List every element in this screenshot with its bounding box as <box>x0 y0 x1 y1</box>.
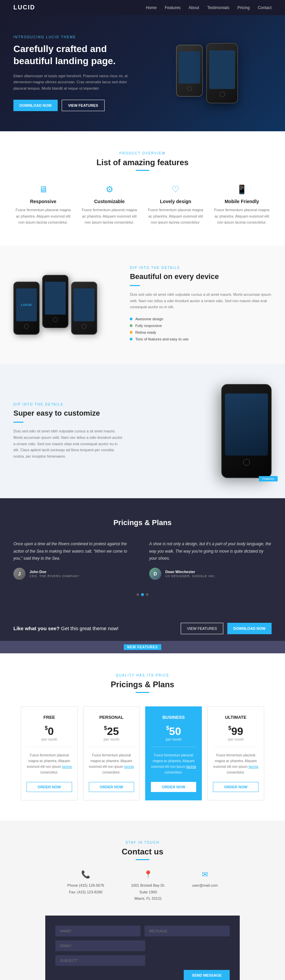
phone-mockup-small <box>176 45 203 97</box>
plan-ultimate-period: /per month <box>213 738 258 741</box>
plan-personal: PERSONAL $25 /per month Fusce fermentum … <box>83 706 140 800</box>
feature-retina: Retina ready <box>130 330 272 334</box>
device-text: DIP INTO THE DETAILS Beautiful on every … <box>130 266 272 344</box>
feature-mobile: 📱 Mobile Friendly Fusce fermentum placer… <box>212 184 272 226</box>
feature-customizable: ⚙ Customizable Fusce fermentum placerat … <box>80 184 139 226</box>
customizable-title: Customizable <box>80 199 139 204</box>
nav-testimonials[interactable]: Testimonials <box>207 5 230 10</box>
nav-features[interactable]: Features <box>165 5 180 10</box>
customize-description: Duis sed odio sit amet nibh vulputate cu… <box>13 428 124 459</box>
plan-personal-period: /per month <box>89 738 134 741</box>
cta-buttons: VIEW FEATURES DOWNLOAD NOW <box>181 623 272 634</box>
plan-free-desc: Fusce fermentum placerat magna ac pharet… <box>27 752 72 775</box>
author-2-name: Dean Winchester <box>165 570 216 574</box>
hero-intro: INTRODUCING LUCID THEME <box>13 35 130 39</box>
cta-normal: Get this great theme now! <box>61 625 119 631</box>
view-features-button[interactable]: VIEW FEATURES <box>62 100 104 111</box>
plan-business-order-button[interactable]: ORDER NOW <box>151 782 196 792</box>
plan-personal-name: PERSONAL <box>89 715 134 720</box>
customize-divider <box>13 422 24 423</box>
feature-responsive: Fully responsive <box>130 324 272 328</box>
contact-email-text: user@mail.com <box>192 882 218 889</box>
customize-title: Super easy to customize <box>13 409 124 418</box>
contact-form-wrapper: SEND MESSAGE <box>45 916 240 980</box>
contact-email-info: ✉ user@mail.com <box>192 870 218 902</box>
plan-ultimate-name: ULTIMATE <box>213 715 258 720</box>
pricing-dark-section: Pricings & Plans Once upon a time all th… <box>0 498 285 616</box>
nav-links: Home Features About Testimonials Pricing… <box>146 5 272 10</box>
testimonial-1-text: Once upon a time all the Rivers combined… <box>13 541 136 562</box>
plan-personal-desc: Fusce fermentum placerat magna ac pharet… <box>89 752 134 775</box>
testimonial-1: Once upon a time all the Rivers combined… <box>13 541 136 580</box>
navigation: LUCID Home Features About Testimonials P… <box>0 0 285 15</box>
cta-view-features-button[interactable]: VIEW FEATURES <box>181 623 223 634</box>
cta-banner: Like what you see? Get this great theme … <box>0 616 285 641</box>
plan-free-order-button[interactable]: ORDER NOW <box>27 782 72 792</box>
feature-responsive: 🖥 Responsive Fusce fermentum placerat ma… <box>13 184 73 226</box>
download-now-button[interactable]: DOWNLOAD NOW <box>13 100 58 111</box>
author-1-name: John Doe <box>30 570 79 574</box>
design-title: Lovely design <box>146 199 205 204</box>
form-row-1 <box>55 926 230 936</box>
feature-tons: Tons of features and easy to use <box>130 337 272 341</box>
plan-free-period: /per month <box>27 738 72 741</box>
author-2-title: UX DESIGNER, GOOGLE INC. <box>165 574 216 578</box>
plan-ultimate-order-button[interactable]: ORDER NOW <box>213 782 258 792</box>
hero-phones <box>142 43 272 103</box>
contact-address-info: 📍 1001 Brickell Bay Dr.Suite 1900Miami, … <box>131 870 165 902</box>
dot-1[interactable] <box>136 593 139 596</box>
message-field[interactable] <box>144 926 230 936</box>
contact-label: STAY IN TOUCH <box>13 841 272 844</box>
plan-personal-price: $25 <box>89 725 134 738</box>
contact-phone-text: Phone (415) 126-5676Fax: (415) 123-8290 <box>67 882 104 896</box>
device-divider <box>130 285 140 286</box>
plan-personal-order-button[interactable]: ORDER NOW <box>89 782 134 792</box>
plan-business-price: $50 <box>151 725 196 738</box>
cta-download-button[interactable]: DOWNLOAD NOW <box>227 623 272 634</box>
pricing-label: QUALITY HAS ITS PRICE <box>13 673 272 677</box>
nav-contact[interactable]: Contact <box>258 5 272 10</box>
cta-text: Like what you see? Get this great theme … <box>13 625 118 631</box>
hero-buttons: DOWNLOAD NOW VIEW FEATURES <box>13 100 130 111</box>
plan-business-name: BUSINESS <box>151 715 196 720</box>
contact-address-text: 1001 Brickell Bay Dr.Suite 1900Miami, FL… <box>131 882 165 902</box>
nav-home[interactable]: Home <box>146 5 157 10</box>
device-section: LUCID DIP INTO THE DETAILS Beautiful on … <box>0 246 285 364</box>
name-field[interactable] <box>55 926 141 936</box>
subject-field[interactable] <box>55 955 145 966</box>
plan-ultimate: ULTIMATE $99 /per month Fusce fermentum … <box>207 706 264 800</box>
contact-phone-info: 📞 Phone (415) 126-5676Fax: (415) 123-829… <box>67 870 104 902</box>
customize-sub-label: DIP INTO THE DETAILS <box>13 402 124 406</box>
mobile-desc: Fusce fermentum placerat magna ac pharet… <box>212 207 272 226</box>
features-label: PRODUCT OVERVIEW <box>13 151 272 155</box>
customizable-icon: ⚙ <box>80 184 139 195</box>
feature-awesome: Awesome design <box>130 317 272 321</box>
customize-phone: Features <box>221 384 272 478</box>
dot-2[interactable] <box>141 593 144 596</box>
testimonial-1-author: J John Doe CEO, THE RIVERS COMPANY <box>13 568 136 580</box>
mobile-title: Mobile Friendly <box>212 199 272 204</box>
author-1-info: John Doe CEO, THE RIVERS COMPANY <box>30 570 79 578</box>
nav-pricing[interactable]: Pricing <box>238 5 250 10</box>
pricing-dark-title: Pricings & Plans <box>13 519 272 527</box>
send-message-button[interactable]: SEND MESSAGE <box>184 970 230 980</box>
plan-free-name: FREE <box>27 715 72 720</box>
hero-text: INTRODUCING LUCID THEME Carefully crafte… <box>13 35 130 111</box>
nav-about[interactable]: About <box>189 5 199 10</box>
location-icon: 📍 <box>131 870 165 879</box>
hero-description: Etiam ullamcorper et turpis eget hendrer… <box>13 73 130 92</box>
author-1-title: CEO, THE RIVERS COMPANY <box>30 574 79 578</box>
device-phone-1: LUCID <box>13 282 40 335</box>
device-sub-label: DIP INTO THE DETAILS <box>130 266 272 270</box>
pricing-divider <box>136 692 149 693</box>
device-title: Beautiful on every device <box>130 272 272 281</box>
plan-ultimate-price: $99 <box>213 725 258 738</box>
plan-business-period: /per month <box>151 738 196 741</box>
feature-design: ♡ Lovely design Fusce fermentum placerat… <box>146 184 205 226</box>
new-features-badge: NEW FEATURES <box>124 644 161 650</box>
features-title: List of amazing features <box>13 158 272 167</box>
email-field[interactable] <box>55 940 145 951</box>
testimonial-2: A shoe is not only a design, but it's a … <box>149 541 272 580</box>
dot-3[interactable] <box>146 593 149 596</box>
mobile-icon: 📱 <box>212 184 272 195</box>
